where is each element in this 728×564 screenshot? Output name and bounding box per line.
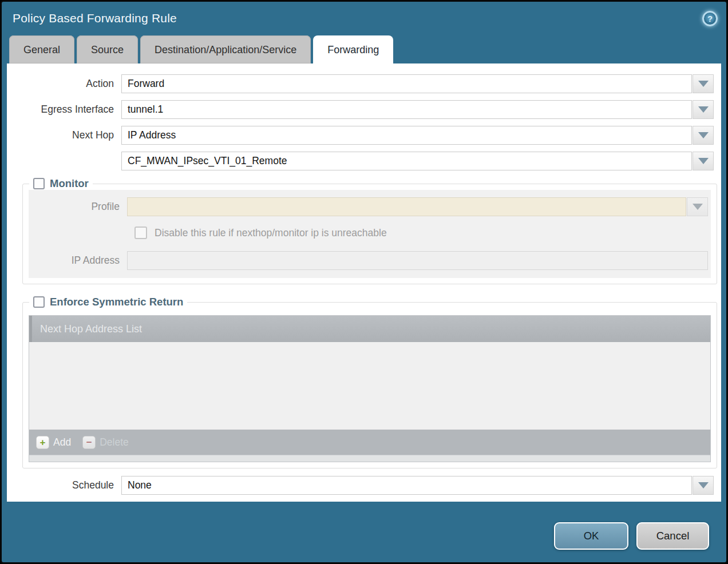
egress-interface-select-value[interactable]: tunnel.1 bbox=[121, 100, 692, 119]
next-hop-row: Next Hop IP Address bbox=[7, 126, 721, 145]
next-hop-address-list-header: Next Hop Address List bbox=[29, 316, 710, 342]
next-hop-address-row: CF_MWAN_IPsec_VTI_01_Remote bbox=[7, 152, 721, 170]
chevron-down-icon bbox=[698, 81, 709, 87]
schedule-row: Schedule None bbox=[7, 476, 721, 495]
schedule-label: Schedule bbox=[7, 479, 121, 491]
disable-rule-checkbox bbox=[134, 227, 147, 239]
add-button-label: Add bbox=[53, 436, 71, 448]
dialog-titlebar: Policy Based Forwarding Rule ? bbox=[2, 2, 726, 35]
action-label: Action bbox=[7, 78, 121, 90]
chevron-down-icon bbox=[698, 132, 709, 138]
egress-interface-label: Egress Interface bbox=[7, 104, 121, 116]
schedule-select-value[interactable]: None bbox=[121, 476, 692, 495]
tab-source[interactable]: Source bbox=[77, 35, 138, 63]
profile-label: Profile bbox=[29, 201, 127, 213]
minus-icon: − bbox=[82, 436, 96, 449]
monitor-section: Monitor Profile Disable this rule if nex… bbox=[22, 177, 717, 284]
next-hop-address-dropdown-button[interactable] bbox=[693, 152, 714, 170]
next-hop-address-list-body bbox=[29, 342, 710, 430]
next-hop-address-list-table: Next Hop Address List + Add − Delete bbox=[29, 315, 711, 462]
help-icon[interactable]: ? bbox=[702, 11, 718, 26]
monitor-disabled-panel: Profile Disable this rule if nexthop/mon… bbox=[29, 190, 711, 278]
monitor-legend: Monitor bbox=[29, 177, 93, 190]
profile-select-value bbox=[127, 197, 686, 216]
tab-destination-application-service[interactable]: Destination/Application/Service bbox=[140, 35, 311, 63]
dialog-title: Policy Based Forwarding Rule bbox=[13, 11, 177, 25]
policy-based-forwarding-dialog: Policy Based Forwarding Rule ? General S… bbox=[0, 0, 728, 564]
next-hop-type-select-value[interactable]: IP Address bbox=[121, 126, 692, 145]
monitor-ip-address-input bbox=[127, 251, 708, 270]
schedule-dropdown-button[interactable] bbox=[693, 476, 714, 495]
plus-icon: + bbox=[36, 436, 49, 449]
tab-general[interactable]: General bbox=[9, 35, 74, 63]
next-hop-address-select-value[interactable]: CF_MWAN_IPsec_VTI_01_Remote bbox=[121, 152, 692, 170]
forwarding-tab-panel: Action Forward Egress Interface tunnel.1… bbox=[7, 63, 721, 502]
chevron-down-icon bbox=[693, 204, 703, 210]
tab-forwarding[interactable]: Forwarding bbox=[313, 35, 393, 63]
enforce-legend: Enforce Symmetric Return bbox=[29, 296, 187, 308]
enforce-symmetric-return-section: Enforce Symmetric Return Next Hop Addres… bbox=[22, 296, 717, 468]
monitor-checkbox[interactable] bbox=[33, 178, 45, 189]
ok-button[interactable]: OK bbox=[554, 522, 628, 550]
cancel-button[interactable]: Cancel bbox=[636, 522, 709, 550]
enforce-legend-label: Enforce Symmetric Return bbox=[50, 296, 183, 308]
delete-button-label: Delete bbox=[100, 436, 129, 448]
add-button[interactable]: + Add bbox=[36, 436, 71, 449]
tab-bar: General Source Destination/Application/S… bbox=[2, 35, 726, 63]
disable-rule-row: Disable this rule if nexthop/monitor ip … bbox=[134, 227, 711, 239]
chevron-down-icon bbox=[698, 482, 709, 488]
chevron-down-icon bbox=[698, 106, 709, 113]
enforce-symmetric-return-checkbox[interactable] bbox=[33, 296, 45, 308]
egress-interface-row: Egress Interface tunnel.1 bbox=[7, 100, 721, 119]
egress-interface-dropdown-button[interactable] bbox=[693, 100, 714, 119]
action-dropdown-button[interactable] bbox=[693, 74, 714, 93]
chevron-down-icon bbox=[698, 158, 709, 164]
delete-button: − Delete bbox=[82, 436, 129, 449]
monitor-legend-label: Monitor bbox=[50, 177, 89, 190]
dialog-footer: OK Cancel bbox=[554, 522, 709, 550]
table-bottom-strip bbox=[29, 455, 710, 462]
monitor-ip-address-label: IP Address bbox=[29, 255, 127, 267]
profile-row: Profile bbox=[29, 197, 711, 216]
table-toolbar: + Add − Delete bbox=[29, 430, 710, 455]
profile-dropdown-button bbox=[687, 197, 708, 216]
next-hop-label: Next Hop bbox=[7, 129, 121, 141]
next-hop-type-dropdown-button[interactable] bbox=[693, 126, 714, 145]
action-row: Action Forward bbox=[7, 74, 721, 93]
action-select-value[interactable]: Forward bbox=[121, 74, 692, 93]
monitor-ip-address-row: IP Address bbox=[29, 251, 711, 270]
disable-rule-label: Disable this rule if nexthop/monitor ip … bbox=[155, 227, 387, 239]
